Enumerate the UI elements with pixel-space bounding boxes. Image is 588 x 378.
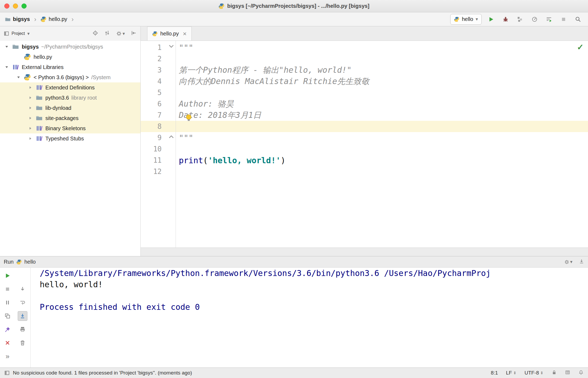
hide-panel-icon bbox=[131, 30, 137, 36]
tree-item-label: hello.py bbox=[34, 54, 52, 60]
hide-panel-button[interactable] bbox=[131, 30, 137, 37]
tree-item-hello.py[interactable]: hello.py bbox=[0, 52, 140, 62]
line-number[interactable]: 11 bbox=[141, 156, 162, 164]
python-icon bbox=[219, 3, 224, 9]
highlighting-level-button[interactable] bbox=[565, 370, 570, 376]
toolwindow-toggle-icon[interactable] bbox=[4, 370, 10, 376]
line-number[interactable]: 9 bbox=[141, 134, 162, 142]
updown-arrows-icon: ⇕ bbox=[513, 371, 517, 375]
settings-button[interactable]: ▾ bbox=[116, 31, 125, 37]
chevron-down-icon[interactable] bbox=[14, 75, 23, 79]
collapse-all-button[interactable] bbox=[104, 30, 110, 37]
chevron-right-icon[interactable] bbox=[26, 116, 35, 120]
line-number[interactable]: 4 bbox=[141, 77, 162, 85]
fold-marker-icon[interactable] bbox=[168, 44, 175, 49]
intention-bulb-icon[interactable] bbox=[185, 114, 193, 122]
chevron-right-icon[interactable] bbox=[26, 96, 35, 100]
zoom-window-button[interactable] bbox=[21, 3, 27, 9]
debug-button[interactable] bbox=[500, 14, 511, 24]
tree-item-python-3.6-bigsys[interactable]: < Python 3.6 (bigsys) > /System bbox=[0, 72, 140, 82]
chevron-down-icon[interactable]: ▾ bbox=[27, 31, 30, 37]
scroll-to-end-button[interactable] bbox=[18, 311, 27, 321]
clear-all-button[interactable] bbox=[18, 338, 27, 348]
chevron-right-icon[interactable] bbox=[26, 137, 35, 140]
notifications-button[interactable] bbox=[578, 370, 584, 376]
pause-output-button[interactable] bbox=[3, 298, 12, 307]
breadcrumb-file[interactable]: hello.py bbox=[49, 16, 67, 22]
tree-item-site-packages[interactable]: site-packages bbox=[0, 113, 140, 123]
profiler-button[interactable] bbox=[529, 14, 540, 24]
inspections-ok-icon[interactable]: ✓ bbox=[577, 42, 584, 52]
project-panel-title[interactable]: Project bbox=[12, 31, 25, 36]
hide-panel-button[interactable] bbox=[579, 259, 584, 265]
chevron-down-icon[interactable] bbox=[2, 65, 11, 69]
run-panel-title[interactable]: Run bbox=[4, 259, 14, 265]
settings-button[interactable]: ▾ bbox=[564, 259, 572, 265]
down-stack-trace-button[interactable] bbox=[18, 284, 27, 294]
rerun-button[interactable] bbox=[3, 271, 12, 281]
tab-hello-py[interactable]: hello.py × bbox=[147, 27, 192, 41]
search-everywhere-button[interactable] bbox=[573, 14, 583, 24]
tree-item-lib-dynload[interactable]: lib-dynload bbox=[0, 103, 140, 113]
pin-tab-button[interactable] bbox=[3, 325, 12, 334]
locate-file-button[interactable] bbox=[92, 30, 98, 37]
run-console-button[interactable] bbox=[544, 14, 554, 24]
fold-marker-icon[interactable] bbox=[168, 134, 175, 139]
python-icon bbox=[16, 259, 22, 265]
tree-item-external-libraries[interactable]: External Libraries bbox=[0, 62, 140, 72]
console-line bbox=[40, 290, 588, 301]
code-text[interactable]: Author: 骆昊 bbox=[179, 99, 234, 110]
tab-close-icon[interactable]: × bbox=[183, 31, 187, 37]
target-icon bbox=[92, 30, 98, 36]
line-number[interactable]: 1 bbox=[141, 43, 162, 52]
line-separator-widget[interactable]: LF ⇕ bbox=[506, 370, 517, 376]
window-title-group: bigsys [~/PycharmProjects/bigsys] - .../… bbox=[219, 3, 369, 9]
close-button[interactable] bbox=[3, 338, 12, 348]
chevron-right-icon[interactable] bbox=[26, 86, 35, 89]
run-button[interactable] bbox=[486, 14, 496, 24]
line-number[interactable]: 7 bbox=[141, 111, 162, 119]
run-panel: Run hello ▾ bbox=[0, 256, 588, 368]
more-actions-button[interactable]: » bbox=[3, 351, 12, 361]
code-text[interactable]: """ bbox=[179, 43, 193, 52]
tree-item-python3.6[interactable]: python3.6 library root bbox=[0, 93, 140, 103]
print-button[interactable] bbox=[18, 325, 27, 334]
coverage-button[interactable] bbox=[515, 14, 525, 24]
tab-label: hello.py bbox=[160, 31, 179, 37]
minimize-window-button[interactable] bbox=[13, 3, 18, 9]
soft-wrap-button[interactable] bbox=[18, 298, 27, 307]
line-number[interactable]: 3 bbox=[141, 66, 162, 74]
chevron-right-icon[interactable] bbox=[26, 106, 35, 110]
line-number[interactable]: 8 bbox=[141, 122, 162, 130]
readonly-lock-button[interactable] bbox=[551, 370, 557, 376]
restore-layout-button[interactable] bbox=[3, 311, 12, 321]
line-number[interactable]: 5 bbox=[141, 89, 162, 97]
line-number[interactable]: 2 bbox=[141, 55, 162, 63]
encoding-widget[interactable]: UTF-8 ⇕ bbox=[524, 370, 543, 376]
code-text[interactable]: """ bbox=[179, 133, 193, 143]
line-number[interactable]: 12 bbox=[141, 168, 162, 176]
tree-item-label: Extended Definitions bbox=[45, 85, 95, 91]
editor[interactable]: 1"""23第一个Python程序 - 输出"hello, world!"4向伟… bbox=[141, 41, 588, 248]
stop-button[interactable] bbox=[558, 14, 569, 24]
code-text[interactable]: print('hello, world!') bbox=[179, 156, 285, 165]
tree-item-binary-skeletons[interactable]: Binary Skeletons bbox=[0, 123, 140, 133]
bug-icon bbox=[502, 16, 509, 23]
tree-item-typeshed-stubs[interactable]: Typeshed Stubs bbox=[0, 133, 140, 144]
code-text[interactable]: 向伟大的Dennis MacAlistair Ritchie先生致敬 bbox=[179, 76, 369, 87]
line-number[interactable]: 10 bbox=[141, 145, 162, 153]
tree-item-extended-definitions[interactable]: Extended Definitions bbox=[0, 82, 140, 93]
console-output[interactable]: /System/Library/Frameworks/Python.framew… bbox=[31, 268, 588, 368]
line-number[interactable]: 6 bbox=[141, 100, 162, 108]
code-text[interactable]: 第一个Python程序 - 输出"hello, world!" bbox=[179, 65, 351, 76]
caret-position-widget[interactable]: 8:1 bbox=[491, 370, 498, 376]
tree-item-bigsys[interactable]: bigsys ~/PycharmProjects/bigsys bbox=[0, 42, 140, 52]
run-configuration-select[interactable]: hello ▾ bbox=[450, 14, 482, 25]
run-panel-config[interactable]: hello bbox=[24, 259, 36, 265]
breadcrumb-project[interactable]: bigsys bbox=[13, 16, 30, 22]
stop-button[interactable] bbox=[3, 284, 12, 294]
close-window-button[interactable] bbox=[4, 3, 9, 9]
chevron-right-icon[interactable] bbox=[26, 126, 35, 130]
chevron-down-icon: ▾ bbox=[122, 31, 125, 37]
chevron-down-icon[interactable] bbox=[2, 45, 11, 49]
